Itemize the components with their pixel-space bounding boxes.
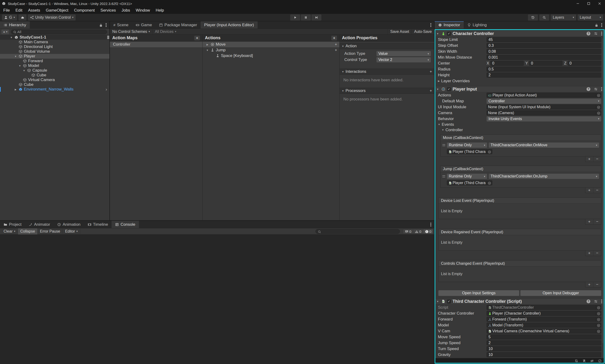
event-handler-dropdown[interactable]: ThirdCharacterController.OnMove ▾ — [489, 143, 599, 148]
presets-icon[interactable] — [594, 32, 598, 36]
tab-scene[interactable]: # Scene — [110, 21, 132, 29]
foldout-open-icon[interactable]: ▼ — [206, 49, 209, 52]
step-offset-field[interactable]: 0.3 — [487, 43, 601, 48]
minimize-button[interactable] — [572, 0, 583, 7]
error-pause-toggle[interactable]: Error Pause — [38, 228, 63, 234]
foldout-open-icon[interactable]: ▼ — [437, 32, 440, 35]
tab-input-actions-editor[interactable]: Player (Input Actions Editor) — [201, 21, 257, 29]
presets-icon[interactable] — [594, 87, 598, 91]
object-picker-icon[interactable] — [596, 311, 601, 315]
tab-lighting[interactable]: Lighting — [464, 21, 490, 29]
action-type-dropdown[interactable]: Value ▾ — [376, 51, 431, 56]
component-enabled-checkbox[interactable]: ✓ — [447, 32, 451, 36]
tab-timeline[interactable]: Timeline — [84, 221, 112, 228]
play-button[interactable] — [290, 14, 300, 21]
player-input-header[interactable]: ▼ ✓ Player Input ? — [435, 86, 605, 92]
auto-save-toggle[interactable]: Auto-Save — [412, 29, 434, 34]
tab-hierarchy[interactable]: Hierarchy — [0, 21, 30, 29]
action-map-item-controller[interactable]: Controller — [110, 42, 202, 47]
error-count-toggle[interactable]: 0 — [423, 229, 433, 234]
help-icon[interactable]: ? — [587, 299, 590, 303]
warning-count-toggle[interactable]: 0 — [413, 229, 423, 234]
height-field[interactable]: 2 — [487, 73, 601, 78]
menu-services[interactable]: Services — [98, 7, 119, 13]
foldout-open-icon[interactable]: ▼ — [438, 123, 440, 126]
add-event-button[interactable]: + — [585, 282, 593, 287]
processors-section-bar[interactable]: ▼ Processors + — [340, 88, 434, 94]
help-icon[interactable]: ? — [587, 32, 590, 36]
remove-event-button[interactable]: − — [593, 156, 601, 162]
forward-field[interactable]: Forward (Transform) — [487, 317, 601, 322]
center-z-field[interactable]: 0 — [568, 61, 601, 66]
save-asset-button[interactable]: Save Asset — [387, 29, 412, 34]
event-handler-dropdown[interactable]: ThirdCharacterController.OnJump ▾ — [489, 174, 599, 179]
add-binding-icon[interactable]: + — [335, 42, 339, 47]
model-field[interactable]: Model (Transform) — [487, 323, 601, 328]
version-control-dropdown[interactable]: Unity Version Control ▾ — [28, 14, 76, 21]
character-controller-header[interactable]: ▼ ✓ Character Controller ? — [435, 30, 605, 37]
add-binding-icon[interactable]: + — [335, 48, 339, 52]
help-icon[interactable]: ? — [587, 87, 590, 91]
default-map-dropdown[interactable]: Controller ▾ — [487, 99, 601, 104]
component-enabled-checkbox[interactable]: ✓ — [447, 87, 451, 91]
event-mode-dropdown[interactable]: Runtime Only ▾ — [447, 143, 487, 148]
tree-item-virtual-camera[interactable]: Virtual Camera — [0, 78, 109, 82]
interactions-section-bar[interactable]: ▼ Interactions + — [340, 68, 434, 75]
open-input-settings-button[interactable]: Open Input Settings — [438, 290, 519, 296]
menu-gameobject[interactable]: GameObject — [43, 7, 71, 13]
layout-dropdown[interactable]: Layout ▾ — [578, 14, 603, 21]
lock-icon[interactable] — [595, 23, 598, 27]
step-button[interactable] — [311, 14, 322, 21]
foldout-open-icon[interactable]: ▼ — [437, 88, 440, 91]
close-button[interactable] — [594, 0, 605, 7]
tree-item-directional-light[interactable]: Directional Light — [0, 44, 109, 49]
remove-event-button[interactable]: − — [593, 250, 601, 256]
object-picker-icon[interactable] — [596, 93, 601, 97]
flags-muted-icon[interactable] — [582, 359, 586, 363]
console-log-area[interactable] — [0, 234, 434, 364]
foldout-open-icon[interactable]: ▼ — [437, 300, 440, 303]
behavior-dropdown[interactable]: Invoke Unity Events ▾ — [487, 116, 601, 121]
add-gameobject-button[interactable]: + ▾ — [1, 29, 9, 34]
undo-history-button[interactable] — [528, 14, 538, 21]
remove-event-button[interactable]: − — [593, 188, 601, 193]
console-search-input[interactable] — [316, 229, 400, 234]
control-schemes-dropdown[interactable]: No Control Schemes ▾ — [110, 29, 153, 34]
tree-item-global-volume[interactable]: Global Volume — [0, 49, 109, 54]
foldout-closed-icon[interactable]: ▶ — [438, 80, 440, 82]
menu-file[interactable]: File — [0, 7, 13, 13]
hierarchy-search-input[interactable]: All — [11, 29, 107, 34]
cloud-button[interactable] — [18, 14, 26, 21]
search-button[interactable] — [539, 14, 549, 21]
move-speed-field[interactable]: 5 — [487, 335, 601, 339]
add-interaction-icon[interactable]: + — [430, 69, 432, 74]
kebab-menu-icon[interactable] — [601, 33, 602, 34]
vcam-field[interactable]: Virtual Camera (Cinemachine Virtual Came… — [487, 328, 601, 334]
center-x-field[interactable]: 0 — [490, 61, 524, 66]
foldout-closed-icon[interactable]: ▶ — [14, 88, 17, 91]
tab-console[interactable]: Console — [112, 221, 139, 228]
drag-handle-icon[interactable] — [442, 175, 445, 177]
event-target-field[interactable]: Player (Third Chara — [447, 149, 492, 154]
object-picker-icon[interactable] — [596, 317, 601, 322]
drag-handle-icon[interactable] — [442, 144, 445, 146]
character-controller-ref-field[interactable]: Player (Character Controller) — [487, 311, 601, 316]
object-picker-icon[interactable] — [596, 105, 601, 109]
tab-game[interactable]: Game — [132, 21, 155, 29]
tab-package-manager[interactable]: Package Manager — [155, 21, 201, 29]
pause-button[interactable] — [301, 14, 311, 21]
skin-width-field[interactable]: 0.08 — [487, 49, 601, 54]
editor-dropdown[interactable]: Editor ▾ — [63, 228, 80, 234]
tab-inspector[interactable]: Inspector — [435, 21, 464, 29]
actions-object-field[interactable]: Player (Input Action Asset) — [487, 93, 601, 98]
object-picker-icon[interactable] — [596, 305, 601, 310]
object-picker-icon[interactable] — [596, 329, 601, 333]
layers-dropdown[interactable]: Layers ▾ — [551, 14, 576, 21]
jump-speed-field[interactable]: 2 — [487, 340, 601, 345]
binding-item-space-keyboard[interactable]: Space [Keyboard] — [203, 53, 339, 59]
foldout-open-icon[interactable]: ▼ — [22, 69, 26, 72]
tree-item-scene[interactable]: ▼ StudyCase1-1 — [0, 35, 109, 40]
visibility-muted-icon[interactable] — [590, 359, 594, 363]
event-target-field[interactable]: Player (Third Chara — [447, 180, 492, 185]
foldout-open-icon[interactable]: ▼ — [14, 55, 17, 58]
